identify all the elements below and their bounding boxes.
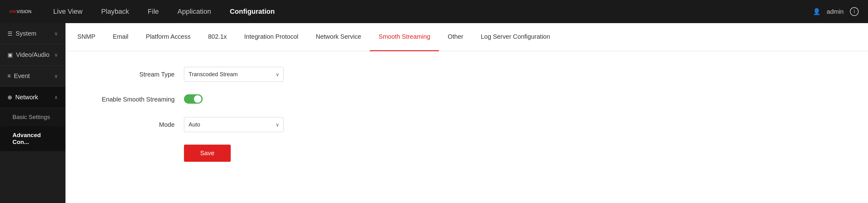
chevron-down-icon2: ∨ bbox=[54, 52, 58, 58]
mode-wrapper: Auto Manual ∨ bbox=[184, 117, 284, 132]
logo-hik: HIK bbox=[9, 9, 17, 14]
nav-file[interactable]: File bbox=[145, 6, 162, 17]
sidebar-item-video-audio[interactable]: ▣ Video/Audio ∨ bbox=[0, 44, 65, 66]
stream-type-row: Stream Type Transcoded Stream Main Strea… bbox=[84, 67, 849, 82]
tab-802-1x[interactable]: 802.1x bbox=[199, 23, 236, 51]
save-row: Save bbox=[84, 145, 849, 162]
stream-type-wrapper: Transcoded Stream Main Stream Sub Stream… bbox=[184, 67, 284, 82]
chevron-up-icon: ∧ bbox=[54, 94, 58, 100]
sidebar-item-system[interactable]: ☰ System ∨ bbox=[0, 23, 65, 44]
sidebar-item-network[interactable]: ⊕ Network ∧ bbox=[0, 87, 65, 108]
chevron-down-icon3: ∨ bbox=[54, 73, 58, 79]
logo-vision: VISION bbox=[17, 9, 31, 14]
sidebar-label-advanced-con: Advanced Con... bbox=[12, 132, 41, 145]
tab-platform-access[interactable]: Platform Access bbox=[137, 23, 199, 51]
logo: HIKVISION bbox=[9, 9, 31, 14]
sidebar-system-inner: ☰ System bbox=[7, 30, 36, 37]
nav-live-view[interactable]: Live View bbox=[50, 6, 86, 17]
tab-snmp[interactable]: SNMP bbox=[69, 23, 104, 51]
stream-type-label: Stream Type bbox=[84, 71, 184, 78]
nav-application[interactable]: Application bbox=[174, 6, 214, 17]
sidebar-item-basic-settings[interactable]: Basic Settings bbox=[0, 108, 65, 126]
mode-label: Mode bbox=[84, 121, 184, 128]
sidebar-label-video: Video/Audio bbox=[16, 51, 50, 58]
enable-smooth-streaming-toggle[interactable] bbox=[184, 94, 203, 104]
tab-email[interactable]: Email bbox=[104, 23, 137, 51]
tab-log-server-configuration[interactable]: Log Server Configuration bbox=[472, 23, 559, 51]
tab-integration-protocol[interactable]: Integration Protocol bbox=[236, 23, 307, 51]
video-icon: ▣ bbox=[7, 52, 13, 58]
info-icon[interactable]: i bbox=[850, 7, 859, 16]
main-layout: ☰ System ∨ ▣ Video/Audio ∨ ≡ Event ∨ ⊕ N… bbox=[0, 23, 868, 203]
sidebar-label-network: Network bbox=[15, 94, 38, 101]
sidebar-label-basic-settings: Basic Settings bbox=[12, 114, 50, 120]
top-nav-right: 👤 admin i bbox=[813, 7, 859, 16]
sidebar-label-system: System bbox=[16, 30, 36, 37]
tab-smooth-streaming[interactable]: Smooth Streaming bbox=[370, 23, 439, 51]
mode-row: Mode Auto Manual ∨ bbox=[84, 117, 849, 132]
mode-select[interactable]: Auto Manual bbox=[184, 117, 284, 132]
sidebar-video-inner: ▣ Video/Audio bbox=[7, 51, 50, 58]
sidebar-event-inner: ≡ Event bbox=[7, 73, 30, 80]
tab-other[interactable]: Other bbox=[439, 23, 472, 51]
content-area: Stream Type Transcoded Stream Main Strea… bbox=[65, 51, 868, 203]
top-nav: HIKVISION Live View Playback File Applic… bbox=[0, 0, 868, 23]
main-content: SNMP Email Platform Access 802.1x Integr… bbox=[65, 23, 868, 203]
user-icon: 👤 bbox=[813, 8, 820, 15]
enable-smooth-streaming-row: Enable Smooth Streaming bbox=[84, 94, 849, 105]
tab-bar: SNMP Email Platform Access 802.1x Integr… bbox=[65, 23, 868, 51]
save-button[interactable]: Save bbox=[184, 145, 231, 162]
enable-smooth-streaming-label: Enable Smooth Streaming bbox=[84, 96, 184, 103]
sidebar: ☰ System ∨ ▣ Video/Audio ∨ ≡ Event ∨ ⊕ N… bbox=[0, 23, 65, 203]
nav-playback[interactable]: Playback bbox=[98, 6, 132, 17]
chevron-down-icon: ∨ bbox=[54, 31, 58, 36]
sidebar-label-event: Event bbox=[14, 73, 30, 80]
system-icon: ☰ bbox=[7, 30, 12, 37]
network-icon: ⊕ bbox=[7, 94, 12, 101]
stream-type-control: Transcoded Stream Main Stream Sub Stream… bbox=[184, 67, 284, 82]
enable-toggle-control bbox=[184, 94, 203, 105]
tab-network-service[interactable]: Network Service bbox=[307, 23, 370, 51]
event-icon: ≡ bbox=[7, 73, 11, 79]
sidebar-item-advanced-con[interactable]: Advanced Con... bbox=[0, 126, 65, 151]
sidebar-item-event[interactable]: ≡ Event ∨ bbox=[0, 66, 65, 87]
mode-control: Auto Manual ∨ bbox=[184, 117, 284, 132]
username: admin bbox=[827, 8, 844, 15]
stream-type-select[interactable]: Transcoded Stream Main Stream Sub Stream bbox=[184, 67, 284, 82]
nav-configuration[interactable]: Configuration bbox=[227, 6, 278, 17]
sidebar-network-inner: ⊕ Network bbox=[7, 94, 38, 101]
